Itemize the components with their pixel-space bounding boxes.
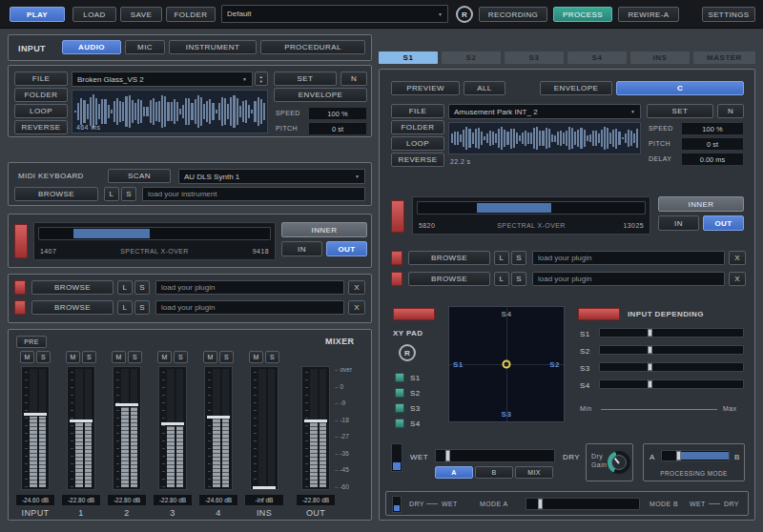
input-depending-indicator[interactable] [578, 308, 620, 320]
inner-button[interactable]: INNER [658, 196, 744, 212]
out-button[interactable]: OUT [326, 241, 367, 256]
mute-button[interactable]: M [249, 351, 263, 363]
plugin-active-indicator[interactable] [391, 251, 402, 265]
solo-button[interactable]: S [265, 351, 279, 363]
instrument-dropdown[interactable]: AU DLS Synth 1 ▼ [178, 169, 365, 184]
morph-slider[interactable] [526, 498, 640, 510]
slider-handle[interactable] [676, 451, 681, 460]
loop-button[interactable]: LOOP [391, 136, 444, 151]
save-button[interactable]: SAVE [120, 7, 162, 22]
xy-pad[interactable]: S4 S1 S2 S3 [448, 306, 565, 422]
plugin-active-indicator[interactable] [14, 300, 26, 315]
clear-plugin-button[interactable]: X [348, 300, 365, 315]
fader-cap[interactable] [161, 422, 184, 425]
load-slot-button[interactable]: L [494, 272, 509, 286]
browse-plugin-button[interactable]: BROWSE [31, 280, 113, 295]
normalize-button[interactable]: N [717, 104, 744, 118]
loop-button[interactable]: LOOP [14, 104, 68, 118]
preset-dropdown[interactable]: Default ▼ [221, 5, 448, 23]
speed-value[interactable]: 100 % [308, 107, 367, 120]
slider-handle[interactable] [648, 346, 652, 354]
clear-plugin-button[interactable]: X [729, 272, 746, 286]
sample-dropdown[interactable]: Amusement Park INT_ 2 ▼ [448, 104, 641, 119]
morph-indicator[interactable] [392, 496, 402, 513]
rewire-button[interactable]: REWIRE-A [618, 7, 679, 22]
envelope-button[interactable]: ENVELOPE [540, 81, 612, 95]
folder-button[interactable]: FOLDER [166, 7, 216, 22]
save-slot-button[interactable]: S [134, 300, 150, 315]
all-button[interactable]: ALL [464, 81, 505, 95]
slider-handle[interactable] [648, 329, 652, 337]
load-slot-button[interactable]: L [117, 280, 133, 295]
mute-button[interactable]: M [157, 351, 172, 363]
play-button[interactable]: PLAY [10, 7, 65, 22]
xy-cursor[interactable] [503, 360, 511, 369]
fader-cap[interactable] [24, 413, 47, 416]
tab-ins[interactable]: INS [630, 51, 690, 64]
xover-active-indicator[interactable] [391, 200, 404, 233]
xy-source-s2-toggle[interactable] [395, 388, 404, 398]
browse-instrument-button[interactable]: BROWSE [14, 187, 98, 201]
solo-button[interactable]: S [219, 351, 234, 363]
file-button[interactable]: FILE [14, 72, 68, 86]
mixer-fader-input[interactable] [21, 366, 50, 490]
input-mic-button[interactable]: MIC [125, 40, 165, 54]
solo-button[interactable]: S [128, 351, 142, 363]
process-button[interactable]: PROCESS [553, 7, 612, 22]
in-button[interactable]: IN [658, 215, 699, 231]
crossfade-button[interactable]: C [616, 81, 744, 95]
save-slot-button[interactable]: S [121, 187, 136, 201]
save-slot-button[interactable]: S [134, 280, 150, 295]
input-procedural-button[interactable]: PROCEDURAL [260, 40, 365, 54]
wet-dry-slider[interactable] [435, 449, 555, 462]
browse-plugin-button[interactable]: BROWSE [408, 272, 490, 286]
folder-button[interactable]: FOLDER [391, 120, 444, 134]
fader-cap[interactable] [207, 416, 230, 419]
mute-button[interactable]: M [20, 351, 34, 363]
xover-active-indicator[interactable] [14, 224, 28, 258]
solo-button[interactable]: S [174, 351, 188, 363]
mixer-fader-1[interactable] [67, 366, 95, 490]
clear-plugin-button[interactable]: X [348, 280, 365, 295]
in-button[interactable]: IN [281, 241, 322, 256]
waveform-display[interactable]: 464 ms [72, 90, 268, 133]
mixer-fader-2[interactable] [113, 366, 141, 490]
xy-source-s3-toggle[interactable] [395, 403, 404, 413]
slider-handle[interactable] [648, 380, 652, 388]
xover-range[interactable] [73, 229, 150, 238]
mixer-fader-out[interactable] [301, 366, 330, 490]
plugin-slot-field[interactable]: load your plugin [532, 272, 725, 286]
mixer-fader-3[interactable] [158, 366, 187, 490]
slider-handle[interactable] [445, 450, 450, 461]
set-button[interactable]: SET [274, 72, 337, 86]
save-slot-button[interactable]: S [511, 251, 526, 265]
depend-slider-s2[interactable] [599, 345, 744, 355]
reverse-button[interactable]: REVERSE [14, 120, 68, 134]
plugin-slot-field[interactable]: load your plugin [155, 300, 344, 315]
delay-value[interactable]: 0.00 ms [681, 153, 744, 166]
xy-active-indicator[interactable] [393, 308, 435, 320]
normalize-button[interactable]: N [340, 72, 367, 86]
mute-button[interactable]: M [112, 351, 126, 363]
mixer-fader-ins[interactable] [250, 366, 278, 490]
slider-range[interactable] [676, 452, 729, 460]
tab-s1[interactable]: S1 [379, 51, 438, 64]
load-slot-button[interactable]: L [117, 300, 133, 315]
reset-button[interactable]: R [456, 6, 473, 23]
set-button[interactable]: SET [647, 104, 713, 118]
reverse-button[interactable]: REVERSE [391, 153, 444, 167]
browse-plugin-button[interactable]: BROWSE [408, 251, 490, 265]
load-slot-button[interactable]: L [104, 187, 119, 201]
fader-cap[interactable] [253, 486, 276, 489]
tab-master[interactable]: MASTER [693, 51, 755, 64]
mute-button[interactable]: M [66, 351, 80, 363]
out-button[interactable]: OUT [703, 215, 744, 231]
xy-source-s1-toggle[interactable] [395, 373, 404, 382]
fader-cap[interactable] [70, 419, 93, 422]
xover-range[interactable] [477, 203, 552, 213]
scan-button[interactable]: SCAN [108, 169, 171, 183]
fader-cap[interactable] [115, 403, 138, 406]
pitch-value[interactable]: 0 st [308, 122, 367, 135]
depend-slider-s1[interactable] [599, 328, 744, 338]
xy-source-s4-toggle[interactable] [395, 419, 404, 428]
